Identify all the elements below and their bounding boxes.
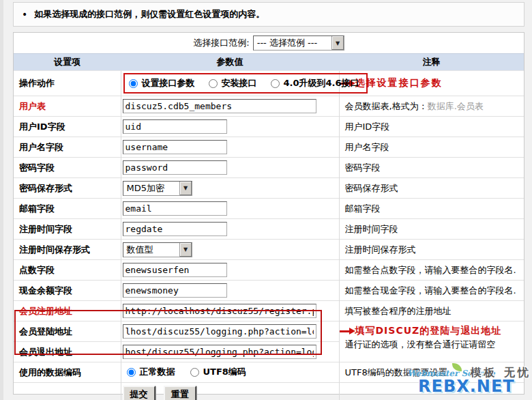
- page: • 如果选择现成的接口范例，则仅需设置红色设置项的内容。 选择接口范例: ---…: [0, 0, 532, 400]
- row-label: 使用的数据编码: [19, 367, 81, 377]
- row-email-field: 邮箱字段 邮箱字段: [14, 199, 524, 219]
- radio-normal-data[interactable]: [127, 368, 136, 377]
- radio-label: 4.0升级到4.6接口: [284, 77, 359, 89]
- radio-utf8[interactable]: [190, 368, 199, 377]
- row-money-field: 现金余额字段 如需整合现金字段，请输入要整合的字段名.: [14, 281, 524, 301]
- uid-field-input[interactable]: [123, 119, 227, 134]
- row-user-table: 用户表 会员数据表,格式为：数据库.会员表: [14, 96, 524, 117]
- action-highlight-box: 设置接口参数 安装接口 4.0升级到4.6接口: [123, 73, 368, 94]
- regdate-format-select[interactable]: 数值型 ▼: [123, 242, 192, 257]
- row-buttons: 提交 重置: [14, 383, 524, 400]
- radio-upgrade[interactable]: [271, 79, 280, 88]
- row-comment: 注册时间保存形式: [345, 244, 416, 255]
- col-header-comment: 注释: [339, 54, 524, 71]
- radio-label: 设置接口参数: [142, 77, 195, 89]
- annotation-arrow-icon: [340, 330, 350, 332]
- reset-button[interactable]: 重置: [164, 386, 196, 400]
- row-label: 操作动作: [19, 78, 55, 88]
- row-label: 用户表: [19, 101, 46, 111]
- row-password-field: 密码字段 密码字段: [14, 158, 524, 178]
- row-comment: 用户名字段: [345, 142, 389, 152]
- settings-table: 设置项 参数值 注释 操作动作 设置接口参数: [14, 53, 524, 400]
- email-field-input[interactable]: [123, 201, 227, 216]
- row-regdate-field: 注册时间字段 注册时间字段: [14, 219, 524, 240]
- row-label: 注册时间保存形式: [19, 244, 90, 255]
- row-comment: 注册时间字段: [345, 224, 398, 234]
- radio-option-set-params[interactable]: 设置接口参数: [129, 77, 195, 89]
- radio-install[interactable]: [209, 79, 218, 88]
- row-regdate-format: 注册时间保存形式 数值型 ▼ 注册时间保存形式: [14, 240, 524, 260]
- points-field-input[interactable]: [123, 263, 227, 277]
- row-comment: 通行证的选项，没有整合通行证请留空: [340, 339, 524, 351]
- password-format-select[interactable]: MD5加密 ▼: [123, 181, 192, 196]
- row-comment: 会员数据表,格式为：: [345, 101, 428, 111]
- annotation-text: 选择设置接口参数: [355, 77, 443, 88]
- row-label: 会员注册地址: [19, 306, 72, 316]
- bullet-icon: •: [22, 9, 27, 20]
- annotation-text: 填写DISCUZ的登陆与退出地址: [355, 325, 502, 336]
- row-comment: 如需整合点数字段，请输入要整合的字段名.: [345, 265, 516, 275]
- row-comment: 密码保存形式: [345, 183, 398, 193]
- row-label: 点数字段: [19, 265, 55, 275]
- chevron-down-icon[interactable]: ▼: [179, 182, 192, 195]
- submit-button[interactable]: 提交: [123, 386, 156, 400]
- row-label: 会员登陆地址: [19, 326, 72, 337]
- col-header-value: 参数值: [121, 54, 339, 71]
- settings-panel: 选择接口范例: --- 选择范例 --- ▼ 设置项 参数值 注释 操作动作: [13, 32, 524, 395]
- row-label: 邮箱字段: [19, 203, 55, 214]
- radio-option-utf8[interactable]: UTF8编码: [190, 366, 246, 378]
- note-box: • 如果选择现成的接口范例，则仅需设置红色设置项的内容。: [13, 2, 524, 27]
- row-label: 密码保存形式: [19, 183, 72, 193]
- col-header-setting: 设置项: [14, 54, 121, 71]
- interface-example-select[interactable]: --- 选择范例 --- ▼: [253, 35, 344, 51]
- radio-option-install[interactable]: 安装接口: [209, 77, 257, 89]
- row-comment: 密码字段: [345, 162, 381, 173]
- radio-option-upgrade[interactable]: 4.0升级到4.6接口: [271, 77, 359, 89]
- row-encoding: 使用的数据编码 正常数据 UTF8编码: [14, 362, 524, 383]
- row-password-format: 密码保存形式 MD5加密 ▼ 密码保存形式: [14, 178, 524, 199]
- row-points-field: 点数字段 如需整合点数字段，请输入要整合的字段名.: [14, 260, 524, 281]
- select-value: --- 选择范例 ---: [254, 36, 321, 50]
- encoding-radio-group: 正常数据 UTF8编码: [123, 366, 246, 378]
- chevron-down-icon[interactable]: ▼: [179, 243, 192, 257]
- row-username-field: 用户名字段 用户名字段: [14, 137, 524, 158]
- row-comment: 用户ID字段: [345, 122, 390, 132]
- row-label: 会员退出地址: [19, 347, 72, 357]
- row-login-url: 会员登陆地址 填写DISCUZ的登陆与退出地址 通行证的选项，没有整合通行证请留…: [14, 322, 524, 342]
- row-action: 操作动作 设置接口参数 安装接口: [14, 71, 524, 96]
- interface-example-label: 选择接口范例:: [193, 37, 249, 49]
- logout-url-input[interactable]: [123, 345, 316, 359]
- row-label: 现金余额字段: [19, 285, 72, 296]
- select-value: 数值型: [123, 243, 158, 257]
- note-text: 如果选择现成的接口范例，则仅需设置红色设置项的内容。: [34, 8, 265, 20]
- select-value: MD5加密: [123, 182, 169, 195]
- money-field-input[interactable]: [123, 283, 227, 298]
- row-comment: 填写被整合程序的注册地址: [345, 306, 452, 316]
- row-comment: 如需整合现金字段，请输入要整合的字段名.: [345, 285, 516, 296]
- login-url-input[interactable]: [123, 324, 316, 339]
- row-label: 用户名字段: [19, 142, 63, 152]
- radio-set-params[interactable]: [129, 79, 138, 88]
- user-table-input[interactable]: [123, 99, 316, 113]
- register-url-input[interactable]: [123, 304, 316, 318]
- radio-label: 正常数据: [140, 366, 175, 378]
- chevron-down-icon[interactable]: ▼: [331, 36, 344, 50]
- row-label: 注册时间字段: [19, 224, 72, 234]
- row-comment: 邮箱字段: [345, 203, 381, 214]
- row-label: 用户ID字段: [19, 122, 65, 132]
- radio-label: UTF8编码: [203, 366, 246, 378]
- row-comment-gray: 数据库.会员表: [428, 101, 484, 111]
- username-field-input[interactable]: [123, 140, 227, 154]
- row-comment: UTF8编码的数据需要设置: [345, 367, 447, 377]
- regdate-field-input[interactable]: [123, 222, 227, 236]
- table-header-row: 设置项 参数值 注释: [14, 54, 524, 71]
- radio-option-normal-data[interactable]: 正常数据: [127, 366, 175, 378]
- radio-label: 安装接口: [222, 77, 257, 89]
- row-uid-field: 用户ID字段 用户ID字段: [14, 117, 524, 137]
- row-register-url: 会员注册地址 填写被整合程序的注册地址: [14, 301, 524, 322]
- password-field-input[interactable]: [123, 160, 227, 175]
- interface-example-row: 选择接口范例: --- 选择范例 --- ▼: [14, 33, 524, 53]
- row-label: 密码字段: [19, 162, 55, 173]
